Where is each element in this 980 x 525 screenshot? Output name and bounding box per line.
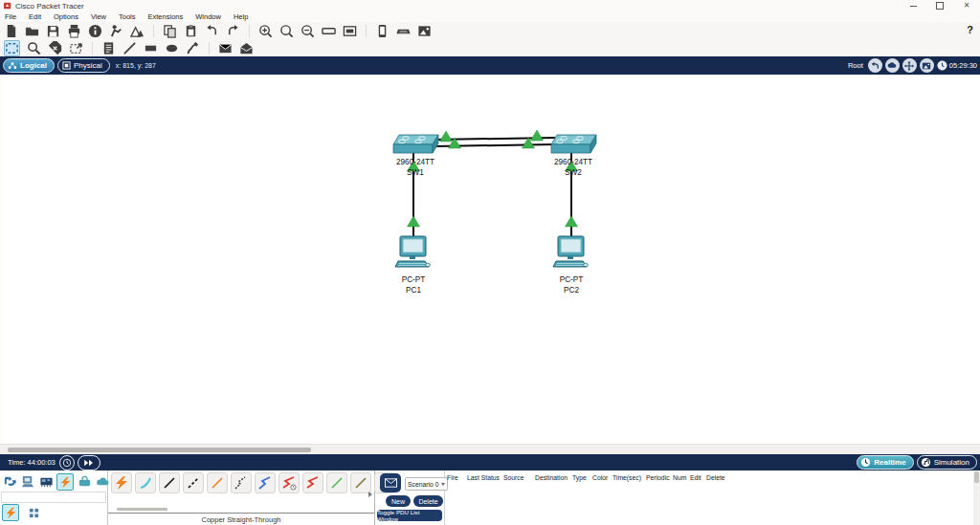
menu-options[interactable]: Options (54, 12, 78, 21)
delete-tool-button[interactable] (48, 41, 62, 55)
cable-serial-dte[interactable] (302, 472, 323, 493)
pdu-col-delete[interactable]: Delete (706, 474, 725, 481)
pdu-list-vertical-scrollbar[interactable] (973, 470, 980, 525)
tab-physical-label: Physical (74, 61, 102, 70)
pdu-col-destination[interactable]: Destination (535, 474, 568, 481)
print-button[interactable] (67, 24, 81, 38)
pdu-col-last-status[interactable]: Last Status (467, 474, 500, 481)
menu-view[interactable]: View (91, 12, 106, 21)
copy-button[interactable] (163, 24, 177, 38)
activity-wizard-button[interactable] (109, 24, 123, 38)
category-end-devices[interactable] (20, 473, 35, 489)
select-tool-button[interactable] (4, 40, 20, 56)
scrollbar-thumb[interactable] (974, 471, 979, 483)
pdu-col-num[interactable]: Num (673, 474, 686, 481)
pdu-envelope-button[interactable] (380, 473, 401, 492)
pdu-col-edit[interactable]: Edit (690, 474, 702, 481)
simulation-tab[interactable]: Simulation (917, 455, 977, 470)
pdu-col-time[interactable]: Time(sec) (612, 474, 641, 481)
draw-rectangle-tool-button[interactable] (144, 41, 158, 55)
workspace-view-button[interactable] (130, 24, 145, 38)
add-simple-pdu-button[interactable] (218, 41, 233, 55)
move-object-button[interactable] (902, 58, 917, 73)
network-info-button[interactable] (88, 24, 102, 38)
menu-window[interactable]: Window (195, 12, 221, 21)
zoom-out-button[interactable] (301, 24, 315, 38)
cable-serial-dce[interactable] (278, 472, 300, 493)
pdu-list-panel: Fire Last Status Source Destination Type… (445, 470, 971, 525)
back-button[interactable] (868, 58, 882, 73)
toggle-pdu-list-button[interactable]: Toggle PDU List Window (377, 510, 442, 521)
fast-forward-button[interactable] (78, 455, 100, 470)
menu-edit[interactable]: Edit (29, 12, 41, 21)
menu-extensions[interactable]: Extensions (148, 12, 184, 21)
undo-button[interactable] (205, 24, 219, 38)
menu-help[interactable]: Help (234, 12, 248, 21)
device-sw1[interactable] (393, 135, 438, 153)
draw-line-tool-button[interactable] (122, 41, 137, 55)
category-routers[interactable] (2, 473, 17, 489)
draw-freeform-tool-button[interactable] (186, 41, 200, 55)
scenario-delete-button[interactable]: Delete (413, 495, 443, 507)
power-cycle-button[interactable] (59, 455, 75, 470)
pdu-col-source[interactable]: Source (503, 474, 524, 481)
set-background-button[interactable] (920, 58, 934, 73)
inspect-tool-button[interactable] (27, 41, 41, 55)
cable-coaxial[interactable] (255, 472, 276, 493)
category-connections[interactable] (56, 473, 74, 491)
category-components[interactable] (38, 473, 54, 489)
cable-copper-cross-over[interactable] (183, 472, 204, 493)
save-button[interactable] (46, 24, 60, 38)
resize-shape-tool-button[interactable] (69, 41, 83, 55)
new-cluster-button[interactable] (885, 58, 900, 73)
maximize-button[interactable] (926, 0, 953, 11)
cable-scroll-right-arrow[interactable] (368, 492, 372, 497)
close-button[interactable]: ✕ (953, 0, 980, 11)
subcategory-grid[interactable] (26, 505, 41, 520)
device-pc2[interactable] (553, 236, 588, 267)
scenario-dropdown[interactable]: Scenario 0 (405, 477, 448, 491)
minimize-button[interactable] (900, 0, 926, 11)
open-file-button[interactable] (25, 24, 39, 38)
scenario-new-button[interactable]: New (386, 495, 411, 507)
pdu-col-fire[interactable]: Fire (447, 474, 458, 481)
device-pc1[interactable] (395, 236, 430, 267)
cable-octal[interactable] (326, 472, 347, 493)
pdu-col-color[interactable]: Color (592, 474, 608, 481)
cable-fiber[interactable] (207, 472, 228, 493)
paste-button[interactable] (184, 24, 198, 38)
realtime-tab[interactable]: Realtime (857, 455, 913, 470)
scrollbar-thumb[interactable] (8, 448, 311, 452)
pdu-col-periodic[interactable]: Periodic (646, 474, 670, 481)
tab-logical[interactable]: Logical (3, 58, 55, 73)
logical-workspace-canvas[interactable]: 2960-24TT SW1 2960-24TT SW2 PC-PT PC1 PC… (0, 75, 980, 444)
device-view-button[interactable] (375, 24, 390, 38)
tab-physical[interactable]: Physical (57, 58, 110, 73)
menu-tools[interactable]: Tools (119, 12, 136, 21)
device-sw2[interactable] (551, 135, 596, 153)
pdu-col-type[interactable]: Type (572, 474, 587, 481)
add-complex-pdu-button[interactable] (239, 41, 254, 55)
environment-clock[interactable]: 05:29:30 (937, 60, 977, 71)
place-note-tool-button[interactable] (101, 41, 116, 55)
cable-console[interactable] (135, 472, 156, 493)
console-view-button[interactable] (396, 24, 411, 38)
subcategory-connections[interactable] (2, 504, 19, 521)
cable-phone[interactable] (231, 472, 252, 493)
help-button[interactable]: ? (967, 24, 973, 35)
cable-auto-choose[interactable] (111, 472, 132, 493)
zoom-in-button[interactable] (258, 24, 273, 38)
new-file-button[interactable] (4, 24, 18, 38)
cable-palette-scrollbar[interactable] (117, 508, 167, 511)
zoom-reset-button[interactable] (279, 24, 294, 38)
custom-devices-dialog-button[interactable] (343, 24, 357, 38)
redo-button[interactable] (226, 24, 240, 38)
draw-ellipse-tool-button[interactable] (165, 41, 179, 55)
picture-view-button[interactable] (417, 24, 432, 38)
drawing-palette-button[interactable] (322, 24, 336, 38)
menu-file[interactable]: File (5, 12, 16, 21)
category-miscellaneous[interactable] (77, 473, 92, 489)
phone-cable-icon (234, 475, 249, 491)
cable-copper-straight-through[interactable] (159, 472, 180, 493)
cable-ioe-custom[interactable] (350, 472, 371, 493)
